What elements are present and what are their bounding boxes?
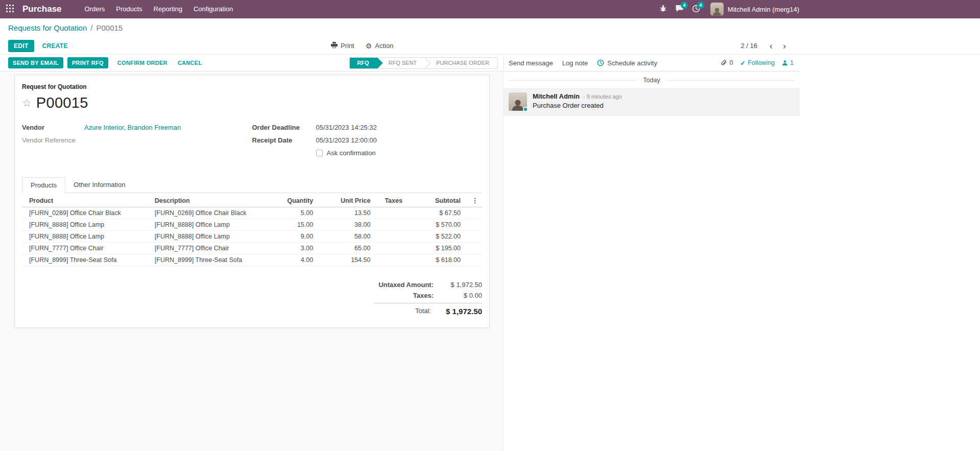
cell-product: [FURN_8999] Three-Seat Sofa <box>22 254 148 266</box>
breadcrumb: Requests for Quotation / P00015 <box>0 18 799 37</box>
menu-orders[interactable]: Orders <box>79 0 111 18</box>
messages-badge: 4 <box>681 2 688 9</box>
favorite-star-icon[interactable]: ☆ <box>22 98 32 108</box>
attachments-button[interactable]: 0 <box>721 59 733 66</box>
edit-button[interactable]: EDIT <box>8 40 34 52</box>
print-label: Print <box>341 42 354 50</box>
cell-product: [FURN_8888] Office Lamp <box>22 219 148 231</box>
document-type-label: Request for Quotation <box>22 83 482 90</box>
followers-count: 1 <box>790 59 794 66</box>
person-icon <box>782 60 788 66</box>
header-description[interactable]: Description <box>148 194 265 207</box>
followers-button[interactable]: 1 <box>782 59 794 66</box>
cancel-button[interactable]: CANCEL <box>178 60 202 66</box>
optional-columns-icon[interactable]: ⋮ <box>468 194 482 207</box>
table-row: [FURN_8888] Office Lamp [FURN_8888] Offi… <box>22 219 482 231</box>
record-title: P00015 <box>36 94 88 111</box>
schedule-activity-label: Schedule activity <box>607 59 657 67</box>
user-name: Mitchell Admin (merg14) <box>728 6 799 13</box>
header-subtotal[interactable]: Subtotal <box>410 194 468 207</box>
cell-taxes <box>377 243 410 254</box>
total-label: Total: <box>374 307 431 316</box>
check-icon: ✓ <box>740 59 746 67</box>
receipt-date-value: 05/31/2023 12:00:00 <box>316 136 377 145</box>
cell-taxes <box>377 207 410 219</box>
menu-configuration[interactable]: Configuration <box>188 0 238 18</box>
cell-unit-price: 58.00 <box>320 231 377 243</box>
table-row: [FURN_8999] Three-Seat Sofa [FURN_8999] … <box>22 254 482 266</box>
systray-extra-button[interactable] <box>655 0 672 18</box>
status-step-rfq-sent[interactable]: RFQ SENT <box>377 58 425 68</box>
pager-next-button[interactable]: › <box>778 41 791 51</box>
cell-product: [FURN_7777] Office Chair <box>22 243 148 254</box>
send-by-email-button[interactable]: SEND BY EMAIL <box>8 57 63 68</box>
paperclip-icon <box>721 59 727 66</box>
date-divider-label: Today <box>643 77 660 84</box>
breadcrumb-parent-link[interactable]: Requests for Quotation <box>8 23 87 32</box>
cell-quantity: 4.00 <box>265 254 320 266</box>
header-taxes[interactable]: Taxes <box>377 194 410 207</box>
cell-product: [FURN_8888] Office Lamp <box>22 231 148 243</box>
online-status-dot <box>523 107 528 112</box>
status-step-purchase-order[interactable]: PURCHASE ORDER <box>425 58 497 68</box>
cell-unit-price: 13.50 <box>320 207 377 219</box>
taxes-value: $ 0.00 <box>434 292 482 299</box>
order-deadline-value: 05/31/2023 14:25:32 <box>316 124 377 132</box>
untaxed-amount-value: $ 1,972.50 <box>434 281 482 289</box>
activities-systray-button[interactable]: 4 <box>688 0 704 18</box>
action-label: Action <box>375 42 393 50</box>
schedule-activity-button[interactable]: Schedule activity <box>597 59 657 67</box>
header-product[interactable]: Product <box>22 194 148 207</box>
header-unit-price[interactable]: Unit Price <box>320 194 377 207</box>
pager-value[interactable]: 2 / 16 <box>740 42 757 50</box>
app-name[interactable]: Purchase <box>22 4 62 14</box>
print-menu-button[interactable]: Print <box>331 42 354 50</box>
action-menu-button[interactable]: ⚙ Action <box>366 42 394 50</box>
activity-clock-icon <box>597 59 604 66</box>
chatter: Send message Log note Schedule activity <box>503 55 980 451</box>
status-step-rfq[interactable]: RFQ <box>350 58 377 68</box>
fields-left-column: Vendor Azure Interior, Brandon Freeman V… <box>22 124 252 162</box>
apps-menu-button[interactable] <box>0 0 19 18</box>
cell-description: [FURN_8888] Office Lamp <box>148 219 265 231</box>
gear-icon: ⚙ <box>366 42 372 50</box>
following-button[interactable]: ✓ Following <box>740 59 775 67</box>
order-deadline-label: Order Deadline <box>252 124 316 132</box>
message-timestamp: - 9 minutes ago <box>583 93 622 100</box>
apps-grid-icon <box>6 5 14 14</box>
menu-reporting[interactable]: Reporting <box>148 0 188 18</box>
cell-subtotal: $ 67.50 <box>410 207 468 219</box>
menu-products[interactable]: Products <box>110 0 148 18</box>
pager-previous-button[interactable]: ‹ <box>764 41 778 51</box>
breadcrumb-separator: / <box>90 23 92 32</box>
user-menu[interactable]: Mitchell Admin (merg14) <box>710 3 799 16</box>
vendor-value-link[interactable]: Azure Interior, Brandon Freeman <box>84 124 181 132</box>
notebook: Products Other Information Product Descr… <box>22 177 482 317</box>
print-rfq-button[interactable]: PRINT RFQ <box>67 57 108 68</box>
send-message-button[interactable]: Send message <box>509 59 553 67</box>
cell-taxes <box>377 254 410 266</box>
ask-confirmation-checkbox[interactable] <box>316 150 323 156</box>
message-avatar[interactable] <box>509 92 527 111</box>
tab-products[interactable]: Products <box>22 177 65 193</box>
taxes-label: Taxes: <box>374 292 434 299</box>
user-avatar <box>710 3 724 16</box>
form-content-area: Request for Quotation ☆ P00015 Vendor Az… <box>0 72 503 451</box>
ask-confirmation-label: Ask confirmation <box>327 149 376 158</box>
messages-systray-button[interactable]: 4 <box>672 0 688 18</box>
cell-subtotal: $ 570.00 <box>410 219 468 231</box>
message-author[interactable]: Mitchell Admin <box>533 92 580 100</box>
tab-other-information[interactable]: Other Information <box>65 177 133 193</box>
activities-badge: 4 <box>697 2 704 9</box>
receipt-date-label: Receipt Date <box>252 136 316 145</box>
log-note-button[interactable]: Log note <box>562 59 588 67</box>
totals-block: Untaxed Amount: $ 1,972.50 Taxes: $ 0.00… <box>374 279 482 317</box>
cell-product: [FURN_0269] Office Chair Black <box>22 207 148 219</box>
cell-description: [FURN_8999] Three-Seat Sofa <box>148 254 265 266</box>
table-header-row: Product Description Quantity Unit Price … <box>22 194 482 207</box>
confirm-order-button[interactable]: CONFIRM ORDER <box>117 60 168 66</box>
form-sheet: Request for Quotation ☆ P00015 Vendor Az… <box>14 75 490 328</box>
attachments-count: 0 <box>729 59 733 66</box>
header-quantity[interactable]: Quantity <box>265 194 320 207</box>
create-button[interactable]: CREATE <box>42 42 68 50</box>
